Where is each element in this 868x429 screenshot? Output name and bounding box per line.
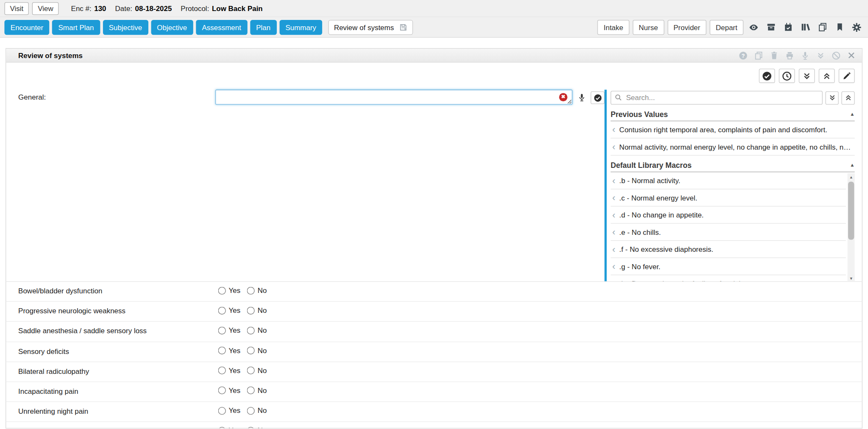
edit-pencil-icon[interactable] [839,69,855,83]
section-tab[interactable]: Encounter [4,20,49,34]
check-circle-icon[interactable] [759,69,775,83]
visit-button[interactable]: Visit [4,2,29,15]
no-option[interactable]: No [247,286,267,295]
general-input[interactable] [215,90,572,105]
no-radio[interactable] [247,306,255,314]
clear-field-icon[interactable]: ✖ [559,93,568,101]
no-radio[interactable] [247,287,255,294]
copy-icon[interactable] [815,20,829,34]
no-radio[interactable] [247,407,255,415]
insert-left-icon[interactable]: ‹ [611,210,615,220]
macro-item[interactable]: ‹ .f - No excessive diaphoresis. [611,241,846,258]
insert-left-icon[interactable]: ‹ [611,262,615,271]
collapse-caret-icon[interactable]: ▲ [850,163,855,168]
insert-left-icon[interactable]: ‹ [611,176,615,185]
macro-item[interactable]: ‹ .b - Normal activity. [611,172,846,189]
no-radio[interactable] [247,387,255,394]
expand-all-icon[interactable] [799,69,815,83]
no-radio[interactable] [247,367,255,374]
no-radio[interactable] [247,347,255,354]
scroll-down-icon[interactable]: ▼ [848,275,855,281]
section-tab[interactable]: Summary [279,20,322,34]
scroll-up-icon[interactable]: ▲ [848,173,855,181]
role-button[interactable]: Depart [709,20,743,34]
archive-icon[interactable] [764,20,778,34]
bookmark-icon[interactable] [832,20,846,34]
copy-icon[interactable] [754,50,764,61]
collapse-all-icon[interactable] [819,69,835,83]
scrollbar-thumb[interactable] [848,181,854,240]
macro-item[interactable]: ‹ .e - No chills. [611,224,846,241]
previous-values-header[interactable]: Previous Values ▲ [611,110,855,121]
no-option[interactable]: No [247,407,267,415]
no-option[interactable]: No [247,426,267,429]
macro-item[interactable]: ‹ .h - Does not have the feeling of mala… [611,275,846,281]
previous-value-item[interactable]: ‹ Contusion right temporal area, complai… [611,121,855,138]
yes-radio[interactable] [218,306,226,314]
macros-header[interactable]: Default Library Macros ▲ [611,161,855,172]
yes-option[interactable]: Yes [218,387,241,395]
yes-option[interactable]: Yes [218,366,241,375]
section-tab[interactable]: Plan [250,20,277,34]
library-icon[interactable] [798,20,812,34]
section-tab[interactable]: Subjective [103,20,148,34]
yes-radio[interactable] [218,326,226,334]
insert-left-icon[interactable]: ‹ [611,227,615,237]
microphone-icon[interactable] [800,50,810,61]
macro-item[interactable]: ‹ .g - No fever. [611,258,846,275]
insert-left-icon[interactable]: ‹ [611,245,615,254]
section-tab[interactable]: Assessment [196,20,247,34]
no-radio[interactable] [247,427,255,429]
panel-header: Review of systems ? [6,49,862,63]
eye-icon[interactable] [747,20,761,34]
section-tab[interactable]: Objective [151,20,193,34]
close-icon[interactable] [846,50,857,61]
previous-value-item[interactable]: ‹ Normal activity, normal energy level, … [611,139,855,156]
no-option[interactable]: No [247,387,267,395]
no-option[interactable]: No [247,366,267,375]
print-icon[interactable] [785,50,795,61]
insert-left-icon[interactable]: ‹ [611,142,615,151]
role-button[interactable]: Provider [668,20,707,34]
calendar-icon[interactable] [781,20,795,34]
cancel-icon[interactable] [831,50,841,61]
no-radio[interactable] [247,326,255,334]
no-option[interactable]: No [247,346,267,355]
expand-all-icon[interactable] [825,91,838,104]
insert-left-icon[interactable]: ‹ [611,279,615,281]
help-icon[interactable]: ? [738,50,748,61]
role-button[interactable]: Nurse [633,20,664,34]
insert-left-icon[interactable]: ‹ [611,125,615,134]
current-template-tab[interactable]: Review of systems [328,20,413,34]
yes-radio[interactable] [218,367,226,374]
role-button[interactable]: Intake [598,20,629,34]
macro-item[interactable]: ‹ .d - No change in appetite. [611,206,846,223]
yes-option[interactable]: Yes [218,306,241,315]
yes-radio[interactable] [218,427,226,429]
collapse-icon[interactable] [815,50,826,61]
yes-option[interactable]: Yes [218,426,241,429]
yes-radio[interactable] [218,407,226,415]
confirm-check-icon[interactable] [591,92,605,104]
no-option[interactable]: No [247,326,267,335]
yes-option[interactable]: Yes [218,407,241,415]
trash-icon[interactable] [769,50,779,61]
macro-item[interactable]: ‹ .c - Normal energy level. [611,189,846,206]
view-button[interactable]: View [32,2,59,15]
search-input[interactable] [611,91,823,105]
collapse-all-icon[interactable] [841,91,854,104]
section-tab[interactable]: Smart Plan [52,20,100,34]
yes-radio[interactable] [218,287,226,294]
yes-option[interactable]: Yes [218,286,241,295]
microphone-icon[interactable] [577,92,587,106]
yes-option[interactable]: Yes [218,346,241,355]
yes-option[interactable]: Yes [218,326,241,335]
save-icon[interactable] [399,23,407,31]
insert-left-icon[interactable]: ‹ [611,193,615,202]
yes-radio[interactable] [218,387,226,394]
no-option[interactable]: No [247,306,267,315]
settings-icon[interactable] [850,20,864,34]
history-clock-icon[interactable] [779,69,795,83]
collapse-caret-icon[interactable]: ▲ [850,112,855,117]
yes-radio[interactable] [218,347,226,354]
